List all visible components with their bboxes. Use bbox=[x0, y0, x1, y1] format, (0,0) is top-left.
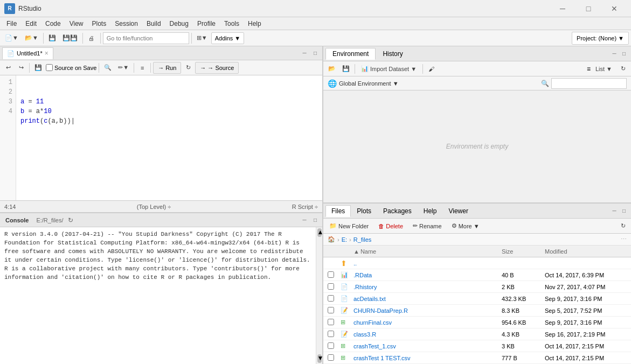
env-brush-btn[interactable]: 🖌 bbox=[425, 63, 437, 75]
env-minimize-btn[interactable]: ─ bbox=[609, 49, 619, 59]
row-checkbox-class3[interactable] bbox=[325, 331, 338, 338]
tab-history[interactable]: History bbox=[376, 48, 410, 60]
search-btn[interactable]: 🔍 bbox=[101, 62, 114, 74]
menu-session[interactable]: Session bbox=[110, 17, 142, 30]
top-level-indicator[interactable]: (Top Level) ÷ bbox=[137, 204, 171, 210]
checkbox-churnfinal[interactable] bbox=[328, 319, 334, 325]
delete-btn[interactable]: 🗑 Delete bbox=[375, 220, 407, 232]
tab-help[interactable]: Help bbox=[418, 205, 443, 217]
checkbox-crashtest1[interactable] bbox=[328, 342, 334, 349]
new-file-button[interactable]: 📄▼ bbox=[2, 32, 21, 45]
save-all-button[interactable]: 💾💾 bbox=[60, 32, 80, 45]
row-checkbox-churnfinal[interactable] bbox=[325, 319, 338, 326]
breadcrumb-more-btn[interactable]: ⋯ bbox=[621, 236, 627, 243]
checkbox-class3[interactable] bbox=[328, 331, 334, 337]
tab-viewer[interactable]: Viewer bbox=[442, 205, 474, 217]
files-minimize-btn[interactable]: ─ bbox=[609, 206, 619, 216]
console-maximize-btn[interactable]: □ bbox=[310, 215, 320, 225]
editor-tab-untitled[interactable]: 📄 Untitled1* × bbox=[2, 47, 53, 59]
env-save-btn[interactable]: 💾 bbox=[339, 63, 352, 75]
console-content[interactable]: R version 3.4.0 (2017-04-21) -- "You Stu… bbox=[0, 227, 316, 364]
checkbox-acdetails[interactable] bbox=[328, 295, 334, 302]
new-folder-btn[interactable]: 📁 New Folder bbox=[325, 220, 372, 232]
console-scrollbar[interactable]: ▲ ▼ bbox=[316, 227, 322, 364]
row-checkbox-rhistory[interactable] bbox=[325, 283, 338, 291]
row-checkbox-churn-prep[interactable] bbox=[325, 307, 338, 314]
save-source-btn[interactable]: 💾 bbox=[32, 62, 45, 74]
import-dataset-btn[interactable]: 📊 Import Dataset ▼ bbox=[357, 63, 420, 75]
editor-tab-close[interactable]: × bbox=[45, 50, 48, 57]
console-refresh-icon[interactable]: ↻ bbox=[68, 216, 73, 224]
undo-btn[interactable]: ↩ bbox=[2, 62, 14, 74]
env-refresh-btn[interactable]: ↻ bbox=[617, 63, 629, 75]
editor-minimize-btn[interactable]: ─ bbox=[300, 48, 309, 58]
run-btn[interactable]: → Run bbox=[153, 62, 181, 74]
env-import-local-btn[interactable]: 📂 bbox=[325, 63, 338, 75]
redo-btn[interactable]: ↪ bbox=[15, 62, 27, 74]
col-name-header[interactable]: ▲ Name bbox=[351, 248, 500, 255]
script-type[interactable]: R Script ÷ bbox=[292, 204, 318, 210]
editor-maximize-btn[interactable]: □ bbox=[310, 48, 320, 58]
menu-profile[interactable]: Profile bbox=[193, 17, 220, 30]
tab-packages[interactable]: Packages bbox=[377, 205, 418, 217]
list-dropdown-btn[interactable]: List ▼ bbox=[593, 63, 615, 75]
menu-plots[interactable]: Plots bbox=[88, 17, 111, 30]
env-search-input[interactable] bbox=[551, 78, 627, 89]
compile-btn[interactable]: ≡ bbox=[136, 62, 148, 74]
wand-btn[interactable]: ✏▼ bbox=[115, 62, 131, 74]
save-button[interactable]: 💾 bbox=[46, 32, 59, 45]
global-env-dropdown[interactable]: 🌐 Global Environment ▼ bbox=[328, 79, 399, 88]
more-dropdown-btn[interactable]: ⚙ More ▼ bbox=[448, 220, 483, 232]
tab-files[interactable]: Files bbox=[325, 205, 351, 217]
rename-btn[interactable]: ✏ Rename bbox=[409, 220, 446, 232]
row-name-crashtest1[interactable]: crashTest_1.csv bbox=[351, 343, 500, 349]
open-file-button[interactable]: 📂▼ bbox=[22, 32, 41, 45]
menu-build[interactable]: Build bbox=[142, 17, 165, 30]
breadcrumb-e-drive[interactable]: E: bbox=[342, 236, 347, 243]
row-checkbox-crashtest1[interactable] bbox=[325, 342, 338, 350]
scroll-down-btn[interactable]: ▼ bbox=[317, 354, 322, 363]
source-on-save-label[interactable]: Source on Save bbox=[46, 64, 96, 71]
row-name-churnfinal[interactable]: churnFinal.csv bbox=[351, 319, 500, 326]
row-checkbox-rdata[interactable] bbox=[325, 271, 338, 279]
menu-view[interactable]: View bbox=[65, 17, 88, 30]
row-name-acdetails[interactable]: acDetails.txt bbox=[351, 296, 500, 302]
code-editor[interactable]: 1 2 3 4 a = 11 b = a*10 print(c(a,b))| bbox=[0, 75, 322, 200]
row-name-rhistory[interactable]: .Rhistory bbox=[351, 284, 500, 290]
menu-debug[interactable]: Debug bbox=[165, 17, 193, 30]
go-to-input[interactable] bbox=[103, 32, 189, 44]
menu-help[interactable]: Help bbox=[244, 17, 266, 30]
row-name-churn-prep[interactable]: CHURN-DataPrep.R bbox=[351, 307, 500, 314]
checkbox-crashtest-test[interactable] bbox=[328, 354, 334, 361]
scroll-up-btn[interactable]: ▲ bbox=[317, 228, 322, 237]
checkbox-rdata[interactable] bbox=[328, 271, 334, 278]
checkbox-rhistory[interactable] bbox=[328, 283, 334, 290]
maximize-button[interactable]: □ bbox=[576, 0, 601, 17]
minimize-button[interactable]: ─ bbox=[550, 0, 575, 17]
row-checkbox-acdetails[interactable] bbox=[325, 295, 338, 303]
row-name-crashtest-test[interactable]: crashTest 1 TEST.csv bbox=[351, 355, 500, 361]
print-button[interactable]: 🖨 bbox=[85, 32, 98, 45]
console-minimize-btn[interactable]: ─ bbox=[300, 215, 309, 225]
files-maximize-btn[interactable]: □ bbox=[619, 206, 629, 216]
tab-plots[interactable]: Plots bbox=[351, 205, 377, 217]
row-name-rdata[interactable]: .RData bbox=[351, 272, 500, 278]
breadcrumb-r-files[interactable]: R_files bbox=[353, 236, 372, 243]
menu-code[interactable]: Code bbox=[41, 17, 65, 30]
files-refresh-btn[interactable]: ↻ bbox=[617, 220, 629, 232]
tab-environment[interactable]: Environment bbox=[325, 48, 376, 60]
menu-tools[interactable]: Tools bbox=[220, 17, 244, 30]
row-checkbox-crashtest-test[interactable] bbox=[325, 354, 338, 362]
env-maximize-btn[interactable]: □ bbox=[619, 49, 629, 59]
code-content[interactable]: a = 11 b = a*10 print(c(a,b))| bbox=[16, 75, 322, 200]
addins-dropdown[interactable]: Addins ▼ bbox=[211, 32, 245, 44]
menu-edit[interactable]: Edit bbox=[21, 17, 41, 30]
rerun-btn[interactable]: ↻ bbox=[182, 62, 194, 74]
menu-file[interactable]: File bbox=[2, 17, 21, 30]
checkbox-churn-prep[interactable] bbox=[328, 307, 334, 313]
source-on-save-checkbox[interactable] bbox=[46, 64, 53, 71]
row-name-up[interactable]: .. bbox=[351, 260, 500, 267]
close-button[interactable]: ✕ bbox=[602, 0, 627, 17]
grid-button[interactable]: ⊞▼ bbox=[194, 32, 210, 45]
source-btn[interactable]: → → Source bbox=[195, 62, 239, 74]
